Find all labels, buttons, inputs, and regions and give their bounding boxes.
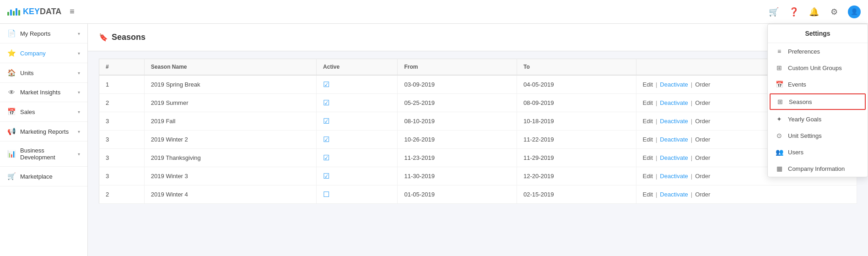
bar2 [10, 10, 12, 16]
table-row: 3 2019 Winter 2 ☑ 10-26-2019 11-22-2019 … [99, 131, 857, 149]
cell-from: 10-26-2019 [398, 131, 517, 149]
cell-active: ☑ [317, 131, 398, 149]
sep1: | [656, 99, 657, 106]
table-row: 3 2019 Winter 3 ☑ 11-30-2019 12-20-2019 … [99, 167, 857, 185]
edit-link[interactable]: Edit [643, 81, 653, 88]
deactivate-link[interactable]: Deactivate [660, 118, 688, 125]
deactivate-link[interactable]: Deactivate [660, 154, 688, 161]
sep1: | [656, 191, 657, 198]
sidebar-item-company[interactable]: ⭐ Company ▾ [0, 44, 87, 63]
col-num: # [99, 59, 145, 76]
col-to: To [517, 59, 636, 76]
yearly-goals-icon: ✦ [775, 115, 783, 123]
logo-data: DATA [40, 7, 61, 16]
order-link[interactable]: Order [695, 154, 710, 161]
settings-item-preferences[interactable]: ≡ Preferences [768, 43, 868, 60]
logo-key: KEY [23, 7, 40, 16]
settings-icon[interactable]: ⚙ [828, 5, 841, 18]
edit-link[interactable]: Edit [643, 173, 653, 180]
table-row: 2 2019 Summer ☑ 05-25-2019 08-09-2019 Ed… [99, 94, 857, 112]
my-reports-icon: 📄 [7, 29, 16, 38]
settings-item-label: Unit Settings [788, 132, 822, 139]
sidebar-item-my-reports[interactable]: 📄 My Reports ▾ [0, 24, 87, 44]
cell-season-name: 2019 Fall [144, 112, 316, 131]
page-title: 🔖 Seasons [99, 33, 146, 42]
chevron-icon: ▾ [78, 90, 80, 95]
sidebar-item-units[interactable]: 🏠 Units ▾ [0, 63, 87, 83]
settings-item-company-information[interactable]: ▦ Company Information [768, 160, 868, 177]
sidebar-item-marketplace[interactable]: 🛒 Marketplace [0, 167, 87, 186]
cell-num: 2 [99, 94, 145, 112]
deactivate-link[interactable]: Deactivate [660, 191, 688, 198]
help-icon[interactable]: ❓ [787, 5, 800, 18]
order-link[interactable]: Order [695, 173, 710, 180]
sidebar-item-marketing-reports[interactable]: 📢 Marketing Reports ▾ [0, 122, 87, 142]
cell-active: ☑ [317, 167, 398, 185]
sidebar-item-label: Marketing Reports [20, 128, 69, 135]
cell-num: 3 [99, 167, 145, 185]
table-row: 3 2019 Thanksgiving ☑ 11-23-2019 11-29-2… [99, 149, 857, 167]
sidebar-item-label: My Reports [20, 30, 50, 37]
logo-bars [7, 8, 20, 16]
chevron-icon: ▾ [78, 109, 80, 114]
chevron-icon: ▾ [78, 71, 80, 76]
cell-active: ☑ [317, 75, 398, 94]
order-link[interactable]: Order [695, 136, 710, 143]
chevron-icon: ▾ [78, 152, 80, 157]
custom-unit-groups-icon: ⊞ [775, 64, 783, 71]
settings-item-custom-unit-groups[interactable]: ⊞ Custom Unit Groups [768, 60, 868, 76]
sep2: | [691, 81, 692, 88]
deactivate-link[interactable]: Deactivate [660, 173, 688, 180]
order-link[interactable]: Order [695, 191, 710, 198]
cell-to: 11-22-2019 [517, 131, 636, 149]
settings-item-users[interactable]: 👥 Users [768, 144, 868, 160]
edit-link[interactable]: Edit [643, 136, 653, 143]
sidebar-item-market-insights[interactable]: 👁 Market Insights ▾ [0, 83, 87, 102]
sep1: | [656, 118, 657, 125]
order-link[interactable]: Order [695, 81, 710, 88]
edit-link[interactable]: Edit [643, 118, 653, 125]
edit-link[interactable]: Edit [643, 191, 653, 198]
menu-icon[interactable]: ≡ [70, 7, 75, 16]
sidebar-item-business-development[interactable]: 📊 Business Development ▾ [0, 142, 87, 167]
bell-icon[interactable]: 🔔 [808, 5, 820, 18]
cell-num: 3 [99, 131, 145, 149]
cart-icon[interactable]: 🛒 [767, 5, 780, 18]
cell-season-name: 2019 Summer [144, 94, 316, 112]
deactivate-link[interactable]: Deactivate [660, 81, 688, 88]
order-link[interactable]: Order [695, 118, 710, 125]
sidebar-item-sales[interactable]: 📅 Sales ▾ [0, 102, 87, 122]
settings-item-yearly-goals[interactable]: ✦ Yearly Goals [768, 111, 868, 127]
cell-from: 11-23-2019 [398, 149, 517, 167]
sales-icon: 📅 [7, 108, 16, 116]
cell-to: 10-18-2019 [517, 112, 636, 131]
order-link[interactable]: Order [695, 99, 710, 106]
edit-link[interactable]: Edit [643, 154, 653, 161]
sidebar-item-label: Market Insights [20, 89, 60, 96]
sidebar-item-label: Sales [20, 109, 35, 115]
cell-season-name: 2019 Winter 3 [144, 167, 316, 185]
settings-item-unit-settings[interactable]: ⊙ Unit Settings [768, 127, 868, 144]
cell-to: 12-20-2019 [517, 167, 636, 185]
settings-item-events[interactable]: 📅 Events [768, 76, 868, 93]
header-left: KEYDATA ≡ [7, 7, 75, 16]
sidebar: 📄 My Reports ▾ ⭐ Company ▾ 🏠 Units ▾ 👁 M… [0, 24, 88, 256]
header-icons: 🛒 ❓ 🔔 ⚙ 👤 [767, 5, 861, 18]
logo-text: KEYDATA [23, 7, 61, 16]
cell-season-name: 2019 Spring Break [144, 75, 316, 94]
sep1: | [656, 136, 657, 143]
cell-to: 08-09-2019 [517, 94, 636, 112]
avatar[interactable]: 👤 [848, 5, 861, 18]
settings-item-seasons[interactable]: ⊞ Seasons [770, 93, 866, 110]
deactivate-link[interactable]: Deactivate [660, 136, 688, 143]
edit-link[interactable]: Edit [643, 99, 653, 106]
col-from: From [398, 59, 517, 76]
cell-num: 3 [99, 112, 145, 131]
cell-from: 11-30-2019 [398, 167, 517, 185]
deactivate-link[interactable]: Deactivate [660, 99, 688, 106]
sep2: | [691, 191, 692, 198]
page-title-text: Seasons [112, 33, 146, 42]
table-row: 3 2019 Fall ☑ 08-10-2019 10-18-2019 Edit… [99, 112, 857, 131]
settings-item-label: Users [788, 149, 803, 156]
marketing-reports-icon: 📢 [7, 127, 16, 136]
